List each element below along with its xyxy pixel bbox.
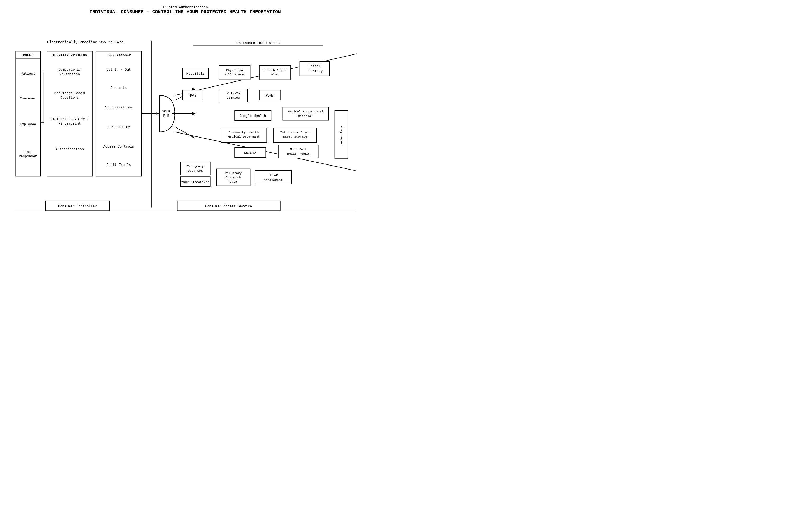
identity-item3-l1: Biometric - Voice / bbox=[50, 117, 89, 121]
physician-label-l1: Physician bbox=[226, 68, 243, 72]
hr-id-l1: HR ID bbox=[268, 173, 278, 177]
phr-label-line2: PHR bbox=[164, 114, 170, 118]
walk-in-l2: Clinics bbox=[227, 96, 240, 100]
tpas-label: TPAs bbox=[188, 94, 196, 97]
role-bracket bbox=[40, 72, 44, 123]
dossia-label: DOSSIA bbox=[244, 151, 256, 155]
internet-payor-l1: Internet - Payor bbox=[280, 131, 310, 134]
pbms-label: PBMs bbox=[266, 94, 274, 97]
arrow-down-right bbox=[175, 127, 193, 137]
google-health-label: Google Health bbox=[239, 114, 266, 118]
hr-id-box bbox=[255, 171, 291, 184]
health-payer-l1: Health Payer bbox=[264, 68, 286, 72]
identity-item2-l1: Knowledge Based bbox=[55, 91, 85, 95]
fiduciary-l2: Roles bbox=[340, 135, 344, 144]
walk-in-l1: Walk-In bbox=[227, 91, 240, 95]
arrow-to-phr-head bbox=[156, 112, 160, 115]
med-edu-box bbox=[283, 107, 328, 120]
voluntary-l3: Data bbox=[230, 180, 237, 184]
health-payer-l2: Plan bbox=[271, 73, 279, 77]
physician-label-l2: Office EMR bbox=[225, 73, 244, 77]
proofing-label: Electronically Proofing Who You Are bbox=[47, 40, 123, 45]
community-health-l2: Medical Data Bank bbox=[228, 135, 260, 139]
internet-payor-l2: Based Storage bbox=[283, 135, 307, 139]
arrow-right-head bbox=[193, 112, 196, 115]
retail-pharmacy-l1: Retail bbox=[309, 64, 321, 68]
consumer-controller-label: Consumer Controller bbox=[58, 204, 97, 208]
microsoft-box bbox=[279, 145, 319, 158]
hospitals-label: Hospitals bbox=[186, 72, 205, 76]
identity-item2-l2: Questions bbox=[61, 96, 79, 100]
identity-item3-l2: Fingerprint bbox=[58, 122, 81, 125]
retail-pharmacy-box bbox=[300, 62, 330, 76]
header-subtitle: Trusted Authentication bbox=[5, 5, 365, 9]
role-patient: Patient bbox=[21, 72, 35, 76]
page-container: Trusted Authentication INDIVIDUAL CONSUM… bbox=[5, 5, 365, 235]
emergency-l2: Data Set bbox=[188, 169, 203, 173]
um-item5: Access Controls bbox=[104, 145, 134, 149]
walk-in-box bbox=[219, 89, 248, 102]
emergency-l1: Emergency bbox=[187, 165, 204, 168]
healthcare-label: Healthcare Institutions bbox=[235, 41, 282, 45]
hr-id-l2: Management bbox=[264, 178, 283, 182]
emergency-box bbox=[180, 162, 210, 175]
um-item6: Audit Trails bbox=[107, 163, 131, 167]
microsoft-l2: Health Vault bbox=[287, 152, 310, 156]
identity-item4: Authentication bbox=[56, 147, 84, 151]
um-item4: Portability bbox=[107, 125, 130, 129]
phr-label-line1: YOUR bbox=[162, 110, 171, 113]
your-directives-label: Your Directives bbox=[181, 180, 209, 184]
header: Trusted Authentication INDIVIDUAL CONSUM… bbox=[5, 5, 365, 15]
community-health-l1: Community Health bbox=[229, 131, 259, 134]
voluntary-l1: Voluntary bbox=[225, 171, 242, 175]
um-item1: Opt In / Out bbox=[107, 68, 131, 72]
microsoft-l1: MicroSoft bbox=[290, 147, 307, 151]
main-diagram: Electronically Proofing Who You Are ROLE… bbox=[5, 20, 365, 233]
role-employee: Employee bbox=[20, 122, 36, 126]
med-edu-l1: Medical Educational bbox=[288, 110, 323, 113]
role-title: ROLE: bbox=[23, 53, 33, 57]
user-manager-title: USER MANAGER bbox=[107, 53, 131, 57]
identity-item1-l1: Demographic bbox=[58, 68, 81, 72]
consumer-access-label: Consumer Access Service bbox=[205, 204, 252, 208]
identity-title: IDENTITY PROOFING bbox=[52, 53, 87, 57]
role-1st-line2: Responder bbox=[19, 154, 37, 159]
voluntary-l2: Research bbox=[226, 176, 241, 179]
retail-pharmacy-l2: Pharmacy bbox=[307, 69, 323, 73]
identity-item1-l2: Validation bbox=[59, 72, 80, 76]
header-title: INDIVIDUAL CONSUMER - CONTROLLING YOUR P… bbox=[5, 9, 365, 15]
um-item3: Authorizations bbox=[105, 106, 133, 110]
role-1st-line1: 1st bbox=[25, 150, 31, 154]
um-item2: Consents bbox=[111, 86, 127, 90]
role-consumer: Consumer bbox=[20, 96, 36, 101]
med-edu-l2: Material bbox=[298, 114, 313, 118]
